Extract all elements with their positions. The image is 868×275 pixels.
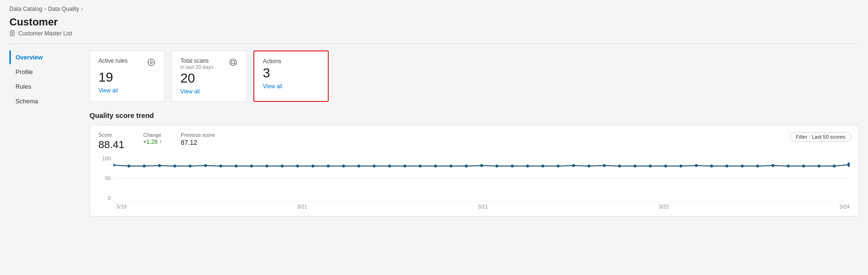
- prev-score-meta: Previous score 87.12: [181, 132, 215, 151]
- active-rules-value: 19: [98, 71, 156, 84]
- svg-point-26: [219, 165, 222, 167]
- svg-point-40: [434, 165, 437, 167]
- svg-point-57: [695, 164, 698, 167]
- total-scans-title-group: Total scans in last 30 days: [180, 58, 213, 70]
- breadcrumb-data-quality[interactable]: Data Quality: [48, 6, 79, 12]
- svg-point-28: [250, 165, 253, 167]
- active-rules-title: Active rules: [98, 58, 128, 64]
- svg-point-29: [266, 165, 268, 167]
- svg-point-10: [230, 59, 236, 66]
- svg-point-48: [557, 165, 560, 167]
- y-label-0: 0: [98, 195, 111, 201]
- x-axis: 3/19 3/21 3/21 3/22 3/24: [116, 204, 850, 209]
- svg-point-64: [802, 165, 805, 167]
- svg-point-20: [128, 165, 130, 167]
- svg-point-47: [542, 165, 544, 167]
- svg-point-39: [419, 165, 422, 167]
- svg-point-45: [511, 165, 514, 167]
- svg-point-24: [189, 165, 192, 167]
- document-icon: [9, 30, 16, 37]
- svg-point-44: [495, 165, 498, 167]
- card-title: Active rules: [98, 58, 128, 64]
- actions-view-all[interactable]: View all: [263, 83, 282, 90]
- total-scans-card: Total scans in last 30 days: [171, 50, 247, 102]
- score-value: 88.41: [98, 139, 124, 151]
- change-label: Change: [143, 132, 162, 138]
- sidebar-item-schema[interactable]: Schema: [9, 94, 85, 108]
- svg-point-5: [150, 61, 153, 64]
- actions-title: Actions: [263, 58, 281, 65]
- active-rules-view-all[interactable]: View all: [98, 87, 118, 94]
- svg-point-46: [526, 165, 529, 167]
- svg-point-32: [311, 165, 314, 167]
- divider: [9, 43, 859, 44]
- svg-chart-container: [114, 155, 850, 202]
- svg-point-54: [649, 165, 652, 167]
- x-label-321b: 3/21: [478, 204, 488, 209]
- svg-point-38: [404, 165, 406, 167]
- card-header-actions: Actions: [263, 58, 319, 65]
- cards-row: Active rules: [89, 50, 859, 102]
- svg-point-34: [342, 165, 345, 167]
- card-header: Active rules: [98, 58, 156, 69]
- breadcrumb-data-catalog[interactable]: Data Catalog: [9, 6, 42, 12]
- filter-button[interactable]: Filter : Last 50 scores: [790, 132, 852, 142]
- page-wrapper: Data Catalog › Data Quality › Customer C…: [0, 0, 868, 275]
- sidebar-item-rules[interactable]: Rules: [9, 80, 85, 93]
- svg-point-27: [235, 165, 238, 167]
- svg-point-19: [114, 164, 115, 167]
- svg-point-58: [710, 165, 713, 167]
- svg-point-62: [771, 164, 774, 167]
- score-meta: Score 88.41: [98, 132, 124, 151]
- svg-point-65: [818, 165, 820, 167]
- svg-point-59: [726, 165, 729, 167]
- svg-point-37: [388, 165, 391, 167]
- sidebar-item-overview[interactable]: Overview: [9, 50, 85, 64]
- svg-point-42: [465, 165, 468, 167]
- total-scans-view-all[interactable]: View all: [180, 88, 200, 95]
- svg-point-51: [603, 164, 606, 167]
- total-scans-icon: [228, 58, 238, 69]
- actions-card: Actions 3 View all: [253, 50, 329, 102]
- y-axis: 100 50 0: [98, 155, 114, 202]
- sidebar: Overview Profile Rules Schema: [9, 50, 85, 217]
- svg-point-23: [173, 165, 176, 167]
- main-layout: Overview Profile Rules Schema Active rul…: [9, 50, 859, 217]
- svg-point-33: [327, 165, 330, 167]
- active-rules-icon: [146, 58, 156, 69]
- total-scans-title: Total scans: [180, 58, 213, 64]
- x-label-321a: 3/21: [297, 204, 307, 209]
- total-scans-value: 20: [180, 72, 238, 85]
- svg-point-53: [633, 165, 636, 167]
- page-subtitle-text: Customer Master List: [18, 30, 72, 37]
- svg-point-4: [148, 59, 154, 66]
- prev-score-value: 87.12: [181, 139, 215, 146]
- svg-point-22: [158, 164, 161, 167]
- svg-point-49: [572, 164, 575, 167]
- y-label-100: 100: [98, 156, 111, 161]
- svg-point-30: [281, 165, 284, 167]
- svg-point-50: [588, 165, 591, 167]
- trend-chart-svg: [114, 155, 850, 202]
- svg-point-61: [756, 165, 759, 167]
- change-value: +1.28 ↑: [143, 139, 162, 145]
- svg-point-43: [480, 164, 483, 167]
- breadcrumb: Data Catalog › Data Quality ›: [9, 6, 859, 12]
- content-area: Active rules: [85, 50, 859, 217]
- page-subtitle: Customer Master List: [9, 30, 859, 37]
- breadcrumb-sep-2: ›: [81, 6, 83, 12]
- change-meta: Change +1.28 ↑: [143, 132, 162, 151]
- sidebar-item-profile[interactable]: Profile: [9, 65, 85, 79]
- x-label-324: 3/24: [840, 204, 850, 209]
- svg-point-31: [296, 165, 299, 167]
- page-title: Customer: [9, 16, 859, 28]
- svg-point-35: [357, 165, 360, 167]
- chart-inner: 100 50 0: [98, 155, 850, 202]
- y-label-50: 50: [98, 175, 111, 181]
- svg-point-11: [232, 61, 235, 64]
- card-header-scans: Total scans in last 30 days: [180, 58, 238, 70]
- x-label-319a: 3/19: [116, 204, 126, 209]
- score-label: Score: [98, 132, 124, 138]
- chart-container: Filter : Last 50 scores Score 88.41 Chan…: [89, 125, 859, 217]
- breadcrumb-sep-1: ›: [44, 6, 46, 12]
